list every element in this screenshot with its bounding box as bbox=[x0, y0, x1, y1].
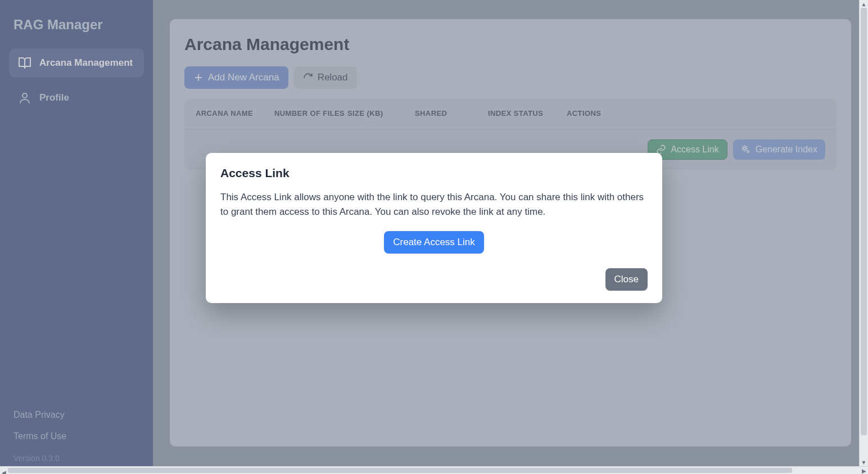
button-label: Create Access Link bbox=[393, 237, 475, 248]
modal-footer: Close bbox=[220, 268, 648, 291]
scroll-up-arrow-icon[interactable]: ▲ bbox=[860, 0, 868, 8]
modal-body-text: This Access Link allows anyone with the … bbox=[220, 190, 648, 219]
modal-title: Access Link bbox=[220, 166, 648, 180]
horizontal-scrollbar[interactable]: ◀ ▶ bbox=[0, 466, 868, 474]
horizontal-scroll-thumb[interactable] bbox=[8, 468, 792, 473]
close-button[interactable]: Close bbox=[605, 268, 648, 291]
create-access-link-button[interactable]: Create Access Link bbox=[384, 231, 484, 254]
vertical-scroll-thumb[interactable] bbox=[861, 8, 867, 435]
modal-action-row: Create Access Link bbox=[220, 231, 648, 254]
vertical-scrollbar[interactable]: ▲ ▼ bbox=[859, 0, 868, 466]
access-link-modal: Access Link This Access Link allows anyo… bbox=[206, 153, 662, 303]
button-label: Close bbox=[614, 274, 639, 285]
scroll-right-arrow-icon[interactable]: ▶ bbox=[860, 467, 868, 474]
scroll-down-arrow-icon[interactable]: ▼ bbox=[860, 458, 868, 466]
modal-overlay[interactable]: Access Link This Access Link allows anyo… bbox=[0, 0, 868, 474]
app-root: RAG Manager Arcana Management Profile Da… bbox=[0, 0, 868, 474]
scroll-left-arrow-icon[interactable]: ◀ bbox=[0, 469, 8, 475]
